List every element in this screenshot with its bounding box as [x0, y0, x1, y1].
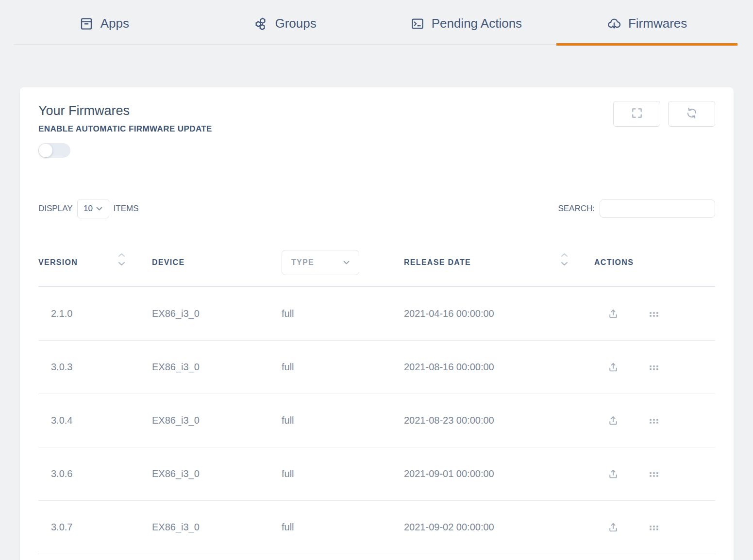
refresh-button[interactable] — [668, 101, 715, 127]
sort-desc-icon — [118, 262, 125, 266]
cell-release-date: 2021-08-16 00:00:00 — [404, 362, 594, 373]
table-row: 3.0.7 EX86_i3_0 full 2021-09-02 00:00:00 — [38, 501, 715, 554]
firmwares-cloud-download-icon — [607, 16, 621, 31]
column-header-version[interactable]: VERSION — [38, 256, 152, 269]
upload-icon[interactable] — [607, 361, 619, 374]
toggle-knob — [39, 144, 52, 157]
chevron-down-icon — [343, 261, 350, 264]
expand-icon — [631, 107, 643, 121]
grid-dots-icon[interactable] — [648, 521, 660, 534]
pending-actions-icon — [410, 16, 425, 31]
display-count-value: 10 — [84, 204, 93, 214]
items-label: ITEMS — [114, 204, 139, 214]
auto-update-toggle[interactable] — [38, 143, 70, 158]
cell-actions — [594, 414, 715, 427]
cell-device: EX86_i3_0 — [152, 308, 282, 319]
table-row: 3.0.6 EX86_i3_0 full 2021-09-01 00:00:00 — [38, 447, 715, 501]
column-label: ACTIONS — [594, 258, 634, 267]
search-control: SEARCH: — [558, 199, 715, 218]
table-row: 2.1.0 EX86_i3_0 full 2021-04-16 00:00:00 — [38, 287, 715, 341]
tab-label: Groups — [275, 16, 316, 31]
upload-icon[interactable] — [607, 468, 619, 480]
tab-label: Pending Actions — [432, 16, 522, 31]
sort-asc-icon — [561, 253, 568, 257]
tab-pending-actions[interactable]: Pending Actions — [376, 16, 557, 44]
grid-dots-icon[interactable] — [648, 414, 660, 427]
groups-icon — [253, 16, 268, 31]
tab-firmwares[interactable]: Firmwares — [556, 16, 737, 44]
search-label: SEARCH: — [558, 204, 595, 214]
cell-version: 3.0.6 — [38, 468, 152, 479]
refresh-icon — [686, 107, 698, 121]
tab-apps[interactable]: Apps — [14, 16, 195, 44]
page: Apps Groups Pending Actions Firmwares Yo… — [0, 0, 753, 560]
column-header-release-date[interactable]: RELEASE DATE — [404, 256, 594, 269]
tab-label: Apps — [100, 16, 129, 31]
firmwares-card: Your Firmwares ENABLE AUTOMATIC FIRMWARE… — [20, 87, 734, 560]
card-header-left: Your Firmwares ENABLE AUTOMATIC FIRMWARE… — [38, 103, 212, 158]
chevron-down-icon — [96, 207, 102, 211]
cell-device: EX86_i3_0 — [152, 522, 282, 533]
sort-icons[interactable] — [118, 253, 125, 266]
cell-type: full — [282, 362, 404, 373]
cell-actions — [594, 468, 715, 480]
upload-icon[interactable] — [607, 521, 619, 534]
cell-version: 3.0.3 — [38, 362, 152, 373]
cell-type: full — [282, 522, 404, 533]
cell-version: 3.0.4 — [38, 415, 152, 426]
column-label: DEVICE — [152, 258, 184, 267]
column-header-actions: ACTIONS — [594, 258, 715, 267]
table-row: 3.0.4 EX86_i3_0 full 2021-08-23 00:00:00 — [38, 394, 715, 447]
cell-actions — [594, 521, 715, 534]
cell-version: 3.0.7 — [38, 522, 152, 533]
grid-dots-icon[interactable] — [648, 468, 660, 480]
tab-label: Firmwares — [628, 16, 687, 31]
cell-release-date: 2021-04-16 00:00:00 — [404, 308, 594, 319]
cell-release-date: 2021-09-02 00:00:00 — [404, 522, 594, 533]
upload-icon[interactable] — [607, 414, 619, 427]
cell-type: full — [282, 468, 404, 479]
upload-icon[interactable] — [607, 308, 619, 320]
table-row: 3.0.3 EX86_i3_0 full 2021-08-16 00:00:00 — [38, 341, 715, 394]
column-label: RELEASE DATE — [404, 258, 471, 267]
column-header-device: DEVICE — [152, 258, 282, 267]
search-input[interactable] — [600, 199, 715, 218]
sort-icons[interactable] — [561, 253, 568, 266]
card-header: Your Firmwares ENABLE AUTOMATIC FIRMWARE… — [38, 103, 715, 158]
tab-bar: Apps Groups Pending Actions Firmwares — [14, 0, 737, 45]
column-label: VERSION — [38, 258, 78, 267]
column-header-type: TYPE — [282, 250, 404, 275]
cell-device: EX86_i3_0 — [152, 468, 282, 479]
cell-release-date: 2021-09-01 00:00:00 — [404, 468, 594, 479]
apps-icon — [79, 16, 94, 31]
sort-asc-icon — [118, 253, 125, 257]
cell-version: 2.1.0 — [38, 308, 152, 319]
sort-desc-icon — [561, 262, 568, 266]
cell-device: EX86_i3_0 — [152, 362, 282, 373]
cell-release-date: 2021-08-23 00:00:00 — [404, 415, 594, 426]
grid-dots-icon[interactable] — [648, 308, 660, 320]
card-header-buttons — [613, 101, 715, 127]
auto-update-label: ENABLE AUTOMATIC FIRMWARE UPDATE — [38, 124, 212, 134]
display-count-control: DISPLAY 10 ITEMS — [38, 199, 139, 218]
table-header: VERSION DEVICE TYPE RELEASE DATE — [38, 239, 715, 287]
type-filter-select[interactable]: TYPE — [282, 250, 359, 275]
cell-type: full — [282, 415, 404, 426]
page-title: Your Firmwares — [38, 103, 212, 118]
type-filter-label: TYPE — [291, 258, 314, 267]
cell-device: EX86_i3_0 — [152, 415, 282, 426]
grid-dots-icon[interactable] — [648, 361, 660, 374]
cell-actions — [594, 308, 715, 320]
display-label: DISPLAY — [38, 204, 73, 214]
tab-groups[interactable]: Groups — [195, 16, 376, 44]
cell-actions — [594, 361, 715, 374]
expand-button[interactable] — [613, 101, 660, 127]
cell-type: full — [282, 308, 404, 319]
table-controls: DISPLAY 10 ITEMS SEARCH: — [38, 199, 715, 218]
display-count-select[interactable]: 10 — [77, 199, 109, 218]
